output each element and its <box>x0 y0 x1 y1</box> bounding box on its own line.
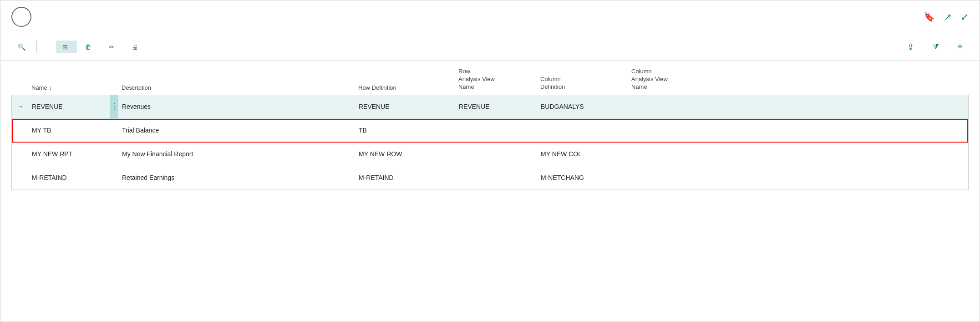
app-container: 🔖 ↗ ⤢ 🔍 ⊞ 🗑 ✏ 🖨 <box>0 0 980 322</box>
expand-icon[interactable]: ⤢ <box>961 11 969 22</box>
edit-list-button[interactable]: ⊞ <box>56 41 77 53</box>
print-icon: 🖨 <box>132 43 138 51</box>
edit-report-icon: ✏ <box>109 43 114 51</box>
cell-row-definition: REVENUE <box>355 99 455 114</box>
col-header-row-definition[interactable]: Row Definition <box>355 84 455 91</box>
toolbar-divider-1 <box>36 41 37 53</box>
search-icon: 🔍 <box>18 43 25 51</box>
column-chooser-button[interactable]: ≡ <box>951 39 969 54</box>
cell-row-analysis-view-name <box>455 127 537 134</box>
cell-column-analysis-view-name <box>628 127 728 134</box>
edit-list-icon: ⊞ <box>62 43 68 51</box>
drag-handle[interactable]: ⋮ <box>110 95 118 118</box>
share-button[interactable]: ⇪ <box>901 39 920 55</box>
toolbar: 🔍 ⊞ 🗑 ✏ 🖨 ⇪ ⧩ <box>0 33 980 61</box>
drag-dots-icon[interactable]: ⋮ <box>110 102 118 112</box>
filter-icon: ⧩ <box>932 42 939 51</box>
drag-handle <box>110 127 118 134</box>
row-indicator <box>12 127 28 134</box>
cell-name: MY NEW RPT <box>28 147 110 161</box>
delete-button[interactable]: 🗑 <box>79 41 101 53</box>
cell-row-definition: M-RETAIND <box>355 170 455 185</box>
toolbar-right: ⇪ ⧩ ≡ <box>901 39 969 55</box>
table-body: →REVENUE⋮RevenuesREVENUEREVENUEBUDGANALY… <box>11 95 969 190</box>
back-button[interactable] <box>11 7 31 27</box>
cell-column-analysis-view-name <box>628 150 728 158</box>
bookmark-icon[interactable]: 🔖 <box>924 11 935 22</box>
col-header-description[interactable]: Description <box>118 84 355 91</box>
cell-name: M-RETAIND <box>28 170 110 185</box>
column-headers: Name ↓ Description Row Definition Row An… <box>11 61 969 95</box>
table-row[interactable]: M-RETAINDRetained EarningsM-RETAINDM-NET… <box>12 166 968 190</box>
cell-row-analysis-view-name <box>455 150 537 158</box>
cell-column-definition <box>537 127 628 134</box>
drag-handle <box>110 174 118 181</box>
col-header-column-definition[interactable]: Column Definition <box>537 76 628 91</box>
row-indicator <box>12 150 28 158</box>
table-area: Name ↓ Description Row Definition Row An… <box>0 61 980 190</box>
cell-column-analysis-view-name <box>628 174 728 181</box>
row-indicator <box>12 174 28 181</box>
cell-row-definition: TB <box>355 123 455 138</box>
cell-row-analysis-view-name: REVENUE <box>455 99 537 114</box>
new-button[interactable] <box>41 44 54 50</box>
filter-button[interactable]: ⧩ <box>926 39 945 54</box>
cell-column-analysis-view-name <box>628 103 728 110</box>
cell-column-definition: M-NETCHANG <box>537 170 628 185</box>
edit-report-button[interactable]: ✏ <box>102 41 123 53</box>
header: 🔖 ↗ ⤢ <box>0 0 980 33</box>
cell-row-definition: MY NEW ROW <box>355 147 455 161</box>
column-chooser-icon: ≡ <box>957 42 962 51</box>
table-row[interactable]: MY NEW RPTMy New Financial ReportMY NEW … <box>12 143 968 166</box>
col-header-name[interactable]: Name ↓ <box>28 84 110 91</box>
open-external-icon[interactable]: ↗ <box>944 11 952 22</box>
print-button[interactable]: 🖨 <box>125 41 147 53</box>
table-row[interactable]: MY TBTrial BalanceTB <box>12 119 968 143</box>
cell-description: Revenues <box>118 99 355 114</box>
cell-row-analysis-view-name <box>455 174 537 181</box>
search-button[interactable]: 🔍 <box>11 41 32 53</box>
col-header-column-analysis-view-name[interactable]: Column Analysis View Name <box>628 68 728 91</box>
cell-description: Retained Earnings <box>118 170 355 185</box>
row-indicator: → <box>12 99 28 114</box>
header-actions: 🔖 ↗ ⤢ <box>912 11 969 22</box>
cell-column-definition: MY NEW COL <box>537 147 628 161</box>
drag-handle <box>110 150 118 158</box>
cell-column-definition: BUDGANALYS <box>537 99 628 114</box>
more-button[interactable] <box>149 44 162 50</box>
table-row[interactable]: →REVENUE⋮RevenuesREVENUEREVENUEBUDGANALY… <box>12 95 968 119</box>
cell-description: Trial Balance <box>118 123 355 138</box>
cell-name: MY TB <box>28 123 110 138</box>
delete-icon: 🗑 <box>85 43 91 51</box>
cell-description: My New Financial Report <box>118 147 355 161</box>
col-header-row-analysis-view-name[interactable]: Row Analysis View Name <box>455 68 537 91</box>
cell-name: REVENUE <box>28 99 110 114</box>
share-icon: ⇪ <box>907 42 914 52</box>
